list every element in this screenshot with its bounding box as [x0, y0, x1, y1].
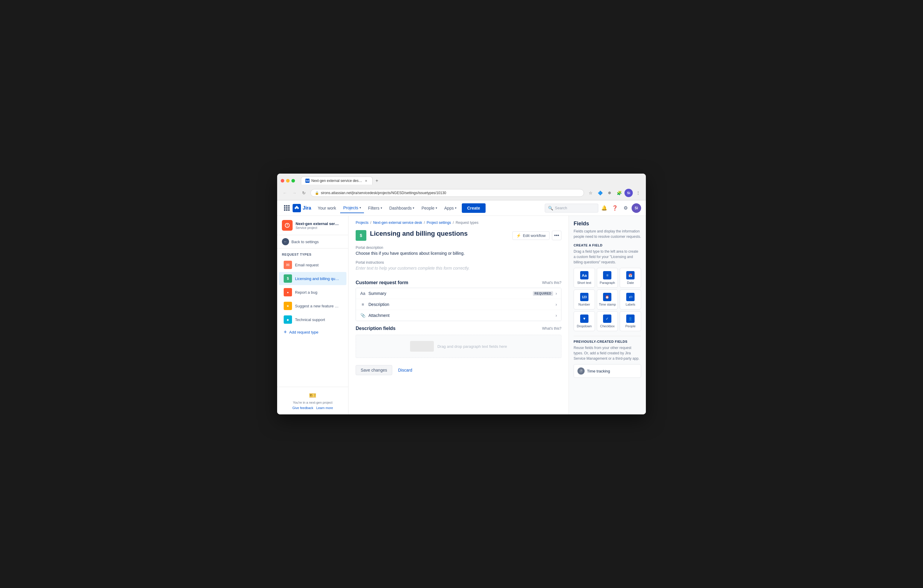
checkbox-icon: ✓ — [603, 315, 611, 323]
attachment-field-row[interactable]: 📎 Attachment › — [356, 310, 561, 321]
forward-button[interactable]: → — [290, 189, 299, 197]
short-text-icon: Aa — [580, 271, 588, 279]
projects-chevron: ▾ — [360, 206, 361, 209]
labels-field-type[interactable]: 🏷 Labels — [620, 289, 641, 309]
what-is-this-link[interactable]: What's this? — [542, 281, 562, 285]
feature-icon: ★ — [284, 302, 292, 310]
summary-field-row[interactable]: Aa Summary REQUIRED › — [356, 288, 561, 299]
portal-description-label: Portal description — [356, 246, 562, 250]
create-button[interactable]: Create — [462, 203, 486, 213]
sidebar-item-bug[interactable]: ● Report a bug — [279, 286, 347, 299]
nav-dashboards[interactable]: Dashboards ▾ — [386, 203, 417, 213]
paragraph-field-type[interactable]: ≡ Paragraph — [597, 268, 618, 288]
nav-your-work[interactable]: Your work — [315, 203, 339, 213]
profile-button[interactable]: Si — [624, 189, 633, 197]
minimize-traffic-light[interactable] — [286, 179, 290, 182]
date-icon: 📅 — [626, 271, 635, 279]
number-label: Number — [578, 302, 590, 306]
paragraph-label: Paragraph — [600, 281, 615, 284]
panel-title: Fields — [573, 220, 641, 227]
sidebar-item-billing[interactable]: $ Licensing and billing qu… — [279, 272, 347, 285]
browser-tab-active[interactable]: Sd Next-gen external service des… ✕ — [301, 177, 373, 185]
add-request-type-button[interactable]: + Add request type — [279, 327, 347, 338]
browser-chrome: Sd Next-gen external service des… ✕ + ← … — [277, 174, 646, 200]
nav-projects[interactable]: Projects ▾ — [340, 203, 364, 213]
breadcrumb-service-desk[interactable]: Next-gen external service desk — [373, 220, 422, 225]
breadcrumb-projects[interactable]: Projects — [356, 220, 368, 225]
sidebar-item-feature[interactable]: ★ Suggest a new feature … — [279, 299, 347, 312]
jira-logo-text: Jira — [303, 205, 311, 211]
tab-close-button[interactable]: ✕ — [364, 179, 368, 183]
lock-icon: 🔒 — [315, 191, 319, 195]
number-icon: 123 — [580, 293, 588, 301]
notifications-button[interactable]: 🔔 — [599, 203, 609, 213]
reload-button[interactable]: ↻ — [300, 189, 308, 197]
puzzle-extension-button[interactable]: 🧩 — [615, 189, 623, 197]
give-feedback-link[interactable]: Give feedback — [292, 406, 313, 410]
summary-field-icon: Aa — [360, 291, 365, 296]
close-traffic-light[interactable] — [281, 179, 284, 182]
portal-instructions-section: Portal instructions Enter text to help y… — [348, 260, 568, 275]
address-bar[interactable]: 🔒 sirons.atlassian.net/jira/servicedesk/… — [310, 189, 584, 197]
learn-more-link[interactable]: Learn more — [316, 406, 333, 410]
new-tab-button[interactable]: + — [373, 177, 381, 185]
dashboards-chevron: ▾ — [413, 206, 414, 210]
previously-created-desc: Reuse fields from your other request typ… — [573, 345, 641, 361]
sidebar-project[interactable]: Next-gen external ser… Service project — [277, 216, 348, 235]
summary-field-name: Summary — [368, 291, 533, 296]
user-avatar-button[interactable]: Si — [632, 203, 641, 213]
customer-request-form-title: Customer request form — [356, 280, 408, 286]
sidebar-item-support[interactable]: ◆ Technical support — [279, 313, 347, 326]
description-field-row[interactable]: ≡ Description › — [356, 299, 561, 310]
attachment-chevron-icon: › — [555, 313, 557, 318]
date-field-type[interactable]: 📅 Date — [620, 268, 641, 288]
breadcrumb-project-settings[interactable]: Project settings — [427, 220, 451, 225]
dropdown-field-type[interactable]: ▼ Dropdown — [573, 311, 595, 331]
attachment-field-name: Attachment — [368, 313, 555, 318]
sidebar-item-email[interactable]: ✉ Email request — [279, 258, 347, 271]
footer-links: Give feedback Learn more — [282, 406, 343, 410]
search-box[interactable]: 🔍 Search — [545, 204, 598, 213]
number-field-type[interactable]: 123 Number — [573, 289, 595, 309]
create-field-section-desc: Drag a field type to the left area to cr… — [573, 249, 641, 265]
breadcrumb: Projects / Next-gen external service des… — [348, 216, 568, 227]
bookmark-button[interactable]: ☆ — [586, 189, 595, 197]
project-icon — [282, 220, 292, 231]
breadcrumb-request-types: Request types — [455, 220, 478, 225]
settings-button[interactable]: ⚙ — [621, 203, 631, 213]
nav-apps[interactable]: Apps ▾ — [441, 203, 460, 213]
main-layout: Next-gen external ser… Service project ←… — [277, 216, 646, 414]
sidebar-back-button[interactable]: ← Back to settings — [277, 235, 348, 248]
grid-icon — [284, 205, 290, 211]
menu-button[interactable]: ⋮ — [634, 189, 642, 197]
search-icon: 🔍 — [548, 206, 553, 210]
billing-icon: $ — [284, 274, 292, 283]
required-badge: REQUIRED — [533, 291, 553, 296]
customer-request-form-header: Customer request form What's this? — [348, 275, 568, 288]
help-button[interactable]: ❓ — [610, 203, 620, 213]
more-options-button[interactable]: ••• — [552, 231, 562, 240]
apps-grid-button[interactable] — [282, 203, 291, 213]
timestamp-field-type[interactable]: ⏰ Time stamp — [597, 289, 618, 309]
checkbox-field-type[interactable]: ✓ Checkbox — [597, 311, 618, 331]
back-button[interactable]: ← — [281, 189, 289, 197]
short-text-field-type[interactable]: Aa Short text — [573, 268, 595, 288]
maximize-traffic-light[interactable] — [291, 179, 295, 182]
apps-chevron: ▾ — [455, 206, 457, 210]
people-chevron: ▾ — [436, 206, 437, 210]
nav-people[interactable]: People ▾ — [419, 203, 440, 213]
description-what-is-this-link[interactable]: What's this? — [542, 327, 562, 330]
atlassian-extension-button[interactable]: 🔷 — [596, 189, 604, 197]
save-changes-button[interactable]: Save changes — [356, 365, 392, 375]
drag-drop-zone[interactable]: Drag and drop paragraph text fields here — [356, 335, 562, 358]
snowflake-extension-button[interactable]: ❄ — [605, 189, 614, 197]
jira-logo[interactable]: Jira — [292, 204, 311, 212]
time-tracking-field[interactable]: ⏱ Time tracking — [573, 364, 641, 378]
people-field-type[interactable]: 👤 People — [620, 311, 641, 331]
dropdown-icon: ▼ — [580, 315, 588, 323]
discard-button[interactable]: Discard — [395, 365, 415, 375]
traffic-lights — [281, 179, 295, 182]
portal-instructions-text[interactable]: Enter text to help your customers comple… — [356, 266, 562, 271]
edit-workflow-button[interactable]: ⚡ Edit workflow — [512, 231, 550, 240]
nav-filters[interactable]: Filters ▾ — [365, 203, 385, 213]
